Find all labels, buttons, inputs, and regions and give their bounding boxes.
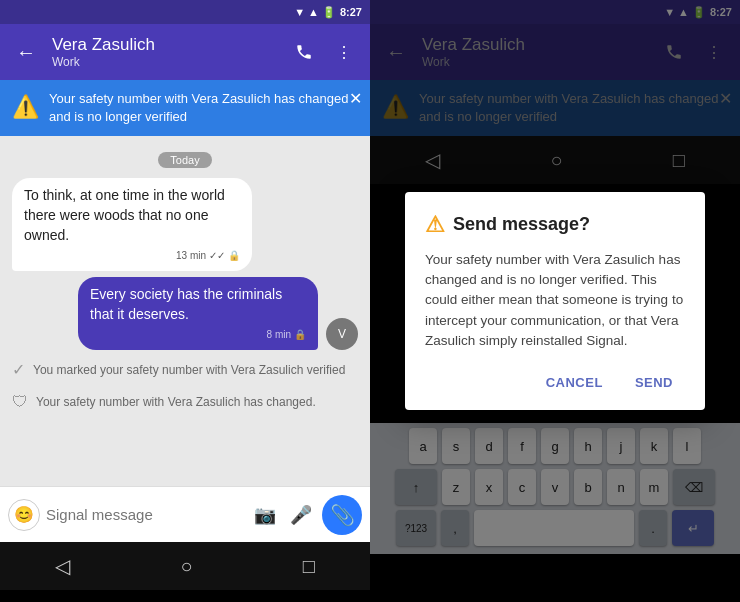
back-nav-button[interactable]: ◁ xyxy=(55,554,70,578)
battery-icon: 🔋 xyxy=(322,6,336,19)
send-button[interactable]: SEND xyxy=(623,367,685,398)
left-app-bar: ← Vera Zasulich Work ⋮ xyxy=(0,24,370,80)
message-text: Every society has the criminals that it … xyxy=(90,286,282,322)
recent-nav-button[interactable]: □ xyxy=(303,555,315,578)
date-divider: Today xyxy=(12,150,358,168)
overflow-menu-button[interactable]: ⋮ xyxy=(326,34,362,70)
wifi-icon: ▼ xyxy=(294,6,305,18)
camera-button[interactable]: 📷 xyxy=(250,500,280,530)
message-input[interactable] xyxy=(46,506,244,523)
message-meta: 8 min 🔒 xyxy=(90,328,306,342)
list-item: ✓ You marked your safety number with Ver… xyxy=(12,356,358,383)
right-phone-screen: ▼ ▲ 🔋 8:27 ← Vera Zasulich Work ⋮ ⚠️ You… xyxy=(370,0,740,602)
call-button[interactable] xyxy=(286,34,322,70)
system-message-text: You marked your safety number with Vera … xyxy=(33,363,345,377)
dialog-title: ⚠ Send message? xyxy=(425,212,685,238)
message-bubble-incoming: To think, at one time in the world there… xyxy=(12,178,252,271)
message-bubble-outgoing: Every society has the criminals that it … xyxy=(78,277,318,350)
input-bar: 😊 📷 🎤 📎 xyxy=(0,486,370,542)
dialog-warn-icon: ⚠ xyxy=(425,212,445,238)
emoji-button[interactable]: 😊 xyxy=(8,499,40,531)
contact-info: Vera Zasulich Work xyxy=(52,35,286,69)
list-item: 🛡 Your safety number with Vera Zasulich … xyxy=(12,389,358,415)
warning-icon: ⚠️ xyxy=(12,92,39,123)
left-time: 8:27 xyxy=(340,6,362,18)
left-phone-screen: ▼ ▲ 🔋 8:27 ← Vera Zasulich Work ⋮ ⚠️ You… xyxy=(0,0,370,602)
back-button[interactable]: ← xyxy=(8,34,44,70)
checkmark-icon: ✓ xyxy=(12,360,25,379)
mic-button[interactable]: 🎤 xyxy=(286,500,316,530)
cancel-button[interactable]: CANCEL xyxy=(534,367,615,398)
signal-icon: ▲ xyxy=(308,6,319,18)
app-bar-actions: ⋮ xyxy=(286,34,362,70)
dialog-actions: CANCEL SEND xyxy=(425,367,685,398)
system-message-text: Your safety number with Vera Zasulich ha… xyxy=(36,395,316,409)
left-nav-bar: ◁ ○ □ xyxy=(0,542,370,590)
table-row: To think, at one time in the world there… xyxy=(12,178,358,271)
home-nav-button[interactable]: ○ xyxy=(180,555,192,578)
contact-name: Vera Zasulich xyxy=(52,35,286,55)
attach-button[interactable]: 📎 xyxy=(322,495,362,535)
dialog-title-text: Send message? xyxy=(453,214,590,235)
send-message-dialog: ⚠ Send message? Your safety number with … xyxy=(405,192,705,410)
status-icons: ▼ ▲ 🔋 xyxy=(294,6,336,19)
avatar: V xyxy=(326,318,358,350)
close-banner-button[interactable]: ✕ xyxy=(349,88,362,110)
message-text: To think, at one time in the world there… xyxy=(24,187,225,242)
safety-banner: ⚠️ Your safety number with Vera Zasulich… xyxy=(0,80,370,136)
left-status-bar: ▼ ▲ 🔋 8:27 xyxy=(0,0,370,24)
dialog-body: Your safety number with Vera Zasulich ha… xyxy=(425,250,685,351)
table-row: Every society has the criminals that it … xyxy=(12,277,358,350)
shield-icon: 🛡 xyxy=(12,393,28,411)
dialog-overlay: ⚠ Send message? Your safety number with … xyxy=(370,0,740,602)
safety-banner-text: Your safety number with Vera Zasulich ha… xyxy=(49,90,358,126)
contact-status: Work xyxy=(52,55,286,69)
chat-area: Today To think, at one time in the world… xyxy=(0,136,370,486)
message-meta: 13 min ✓✓ 🔒 xyxy=(24,249,240,263)
